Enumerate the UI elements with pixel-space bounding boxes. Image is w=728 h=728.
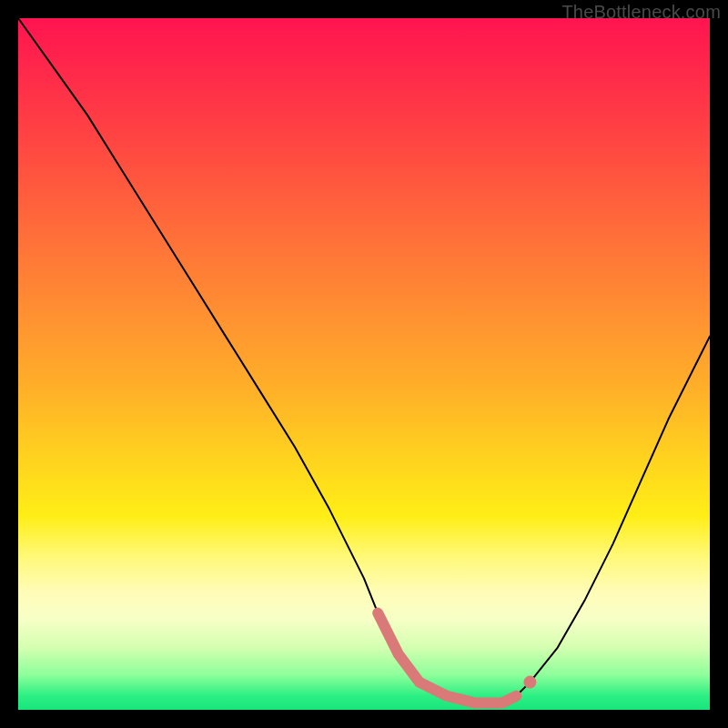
plot-area xyxy=(18,18,710,710)
curve-svg xyxy=(18,18,710,710)
highlight-segment xyxy=(378,613,516,703)
watermark-text: TheBottleneck.com xyxy=(561,2,721,23)
highlight-end-dot xyxy=(523,676,536,689)
bottleneck-curve xyxy=(18,18,710,703)
chart-frame: TheBottleneck.com xyxy=(0,0,728,728)
